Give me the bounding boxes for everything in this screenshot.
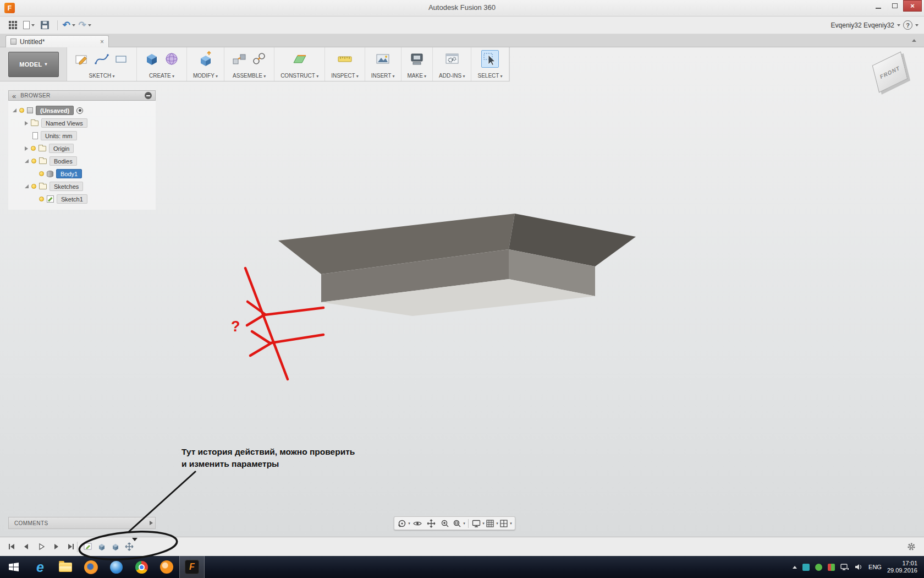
viewport-canvas[interactable]: MODEL SKETCH CREATE (0, 47, 924, 537)
hidden-icons-chevron-icon[interactable] (793, 566, 797, 569)
spline-icon[interactable] (93, 50, 111, 68)
user-account-button[interactable]: Evqeniy32 Evqeniy32 (831, 21, 894, 29)
workspace-switcher-button[interactable]: MODEL (8, 52, 59, 77)
body1-label[interactable]: Body1 (56, 169, 82, 178)
ribbon-group-construct-label[interactable]: CONSTRUCT (280, 73, 318, 79)
maximize-button[interactable] (887, 0, 903, 12)
ribbon-group-sketch-label[interactable]: SKETCH (89, 73, 115, 79)
comments-bar[interactable]: COMMENTS (8, 517, 156, 529)
ie-taskbar-icon[interactable] (28, 556, 53, 578)
viewcube[interactable]: FRONT (868, 51, 915, 98)
minimize-button[interactable] (870, 0, 887, 12)
orbit-button[interactable] (397, 517, 410, 529)
units-label[interactable]: Units: mm (41, 131, 77, 140)
joint-icon[interactable] (250, 50, 268, 68)
volume-tray-icon[interactable] (855, 563, 863, 571)
timeline-move-feature[interactable] (124, 541, 135, 552)
scripts-addins-icon[interactable] (443, 50, 461, 68)
ribbon-group-insert-label[interactable]: INSERT (371, 73, 395, 79)
ribbon-group-modify-label[interactable]: MODIFY (193, 73, 218, 79)
file-menu-button[interactable] (21, 18, 36, 32)
ribbon-group-select-label[interactable]: SELECT (477, 73, 502, 79)
sketches-label[interactable]: Sketches (50, 182, 83, 191)
fusion-launcher-taskbar-icon[interactable] (154, 556, 179, 578)
play-button[interactable] (35, 541, 47, 553)
visibility-bulb-icon[interactable] (39, 171, 44, 176)
viewports-button[interactable] (499, 517, 512, 529)
visibility-bulb-icon[interactable] (31, 159, 36, 163)
app-grid-button[interactable] (6, 18, 20, 32)
tab-untitled[interactable]: Untitled* (6, 35, 109, 47)
start-button[interactable] (0, 556, 28, 578)
ribbon-group-create-label[interactable]: CREATE (149, 73, 174, 79)
ribbon-group-inspect-label[interactable]: INSPECT (331, 73, 359, 79)
make-3dprint-icon[interactable] (408, 50, 426, 68)
media-taskbar-icon[interactable] (103, 556, 129, 578)
tree-row-bodies[interactable]: Bodies (8, 155, 156, 167)
timeline-sketch-feature[interactable] (82, 541, 94, 552)
tree-row-body1[interactable]: Body1 (8, 167, 156, 180)
collapse-browser-icon[interactable] (12, 91, 16, 101)
pan-button[interactable] (425, 517, 438, 529)
fusion360-taskbar-icon[interactable] (179, 556, 205, 578)
named-views-label[interactable]: Named Views (41, 118, 87, 128)
tray-icon-3[interactable] (828, 564, 835, 571)
timeline-settings-button[interactable] (906, 542, 916, 554)
comments-expand-icon[interactable] (150, 521, 153, 525)
expander-open-icon[interactable] (25, 159, 29, 163)
step-back-button[interactable] (20, 541, 32, 553)
document-label[interactable]: (Unsaved) (36, 106, 74, 115)
display-settings-button[interactable] (471, 517, 485, 529)
grid-display-button[interactable] (485, 517, 498, 529)
firefox-taskbar-icon[interactable] (78, 556, 103, 578)
expander-closed-icon[interactable] (25, 146, 28, 151)
origin-label[interactable]: Origin (49, 144, 74, 153)
timeline-position-marker[interactable] (132, 538, 138, 541)
timeline-extrude-feature-2[interactable] (110, 541, 121, 552)
box-primitive-icon[interactable] (143, 50, 161, 68)
tray-icon-2[interactable] (815, 564, 822, 571)
language-indicator[interactable]: ENG (868, 564, 882, 570)
network-tray-icon[interactable] (840, 563, 849, 571)
tray-clock[interactable]: 17:01 29.09.2016 (887, 560, 917, 574)
go-to-end-button[interactable] (65, 541, 77, 553)
form-sphere-icon[interactable] (163, 50, 180, 68)
display-mode-icon[interactable] (145, 92, 152, 99)
expander-open-icon[interactable] (25, 184, 29, 188)
save-button[interactable] (37, 18, 52, 32)
sketch1-label[interactable]: Sketch1 (57, 194, 87, 204)
browser-header[interactable]: BROWSER (8, 90, 156, 101)
tree-row-sketch1[interactable]: Sketch1 (8, 193, 156, 205)
create-sketch-icon[interactable] (73, 50, 91, 68)
visibility-bulb-icon[interactable] (31, 184, 36, 189)
timeline-extrude-feature-1[interactable] (96, 541, 107, 552)
measure-icon[interactable] (336, 50, 354, 68)
go-to-start-button[interactable] (6, 541, 18, 553)
ribbon-group-assemble-label[interactable]: ASSEMBLE (233, 73, 266, 79)
close-button[interactable] (903, 0, 922, 12)
ribbon-group-addins-label[interactable]: ADD-INS (439, 73, 465, 79)
construction-plane-icon[interactable] (291, 50, 309, 68)
zoom-button[interactable] (438, 517, 452, 529)
ribbon-group-make-label[interactable]: MAKE (408, 73, 427, 79)
insert-image-icon[interactable] (374, 50, 392, 68)
select-tool-icon[interactable] (481, 50, 499, 68)
bodies-label[interactable]: Bodies (50, 156, 77, 166)
explorer-taskbar-icon[interactable] (53, 556, 78, 578)
tray-icon-1[interactable] (802, 564, 810, 571)
step-forward-button[interactable] (50, 541, 62, 553)
visibility-bulb-icon[interactable] (19, 108, 24, 113)
rectangle-tool-icon[interactable] (113, 50, 130, 68)
tree-row-units[interactable]: Units: mm (8, 129, 156, 142)
undo-button[interactable] (62, 18, 76, 32)
activate-target-icon[interactable] (76, 107, 83, 114)
redo-button[interactable] (78, 18, 92, 32)
tree-row-named-views[interactable]: Named Views (8, 117, 156, 129)
look-at-button[interactable] (411, 517, 424, 529)
new-component-icon[interactable] (230, 50, 248, 68)
tree-row-origin[interactable]: Origin (8, 142, 156, 155)
tree-row-document[interactable]: (Unsaved) (8, 104, 156, 117)
tree-row-sketches[interactable]: Sketches (8, 180, 156, 193)
zoom-window-button[interactable] (452, 517, 465, 529)
visibility-bulb-icon[interactable] (31, 146, 36, 151)
